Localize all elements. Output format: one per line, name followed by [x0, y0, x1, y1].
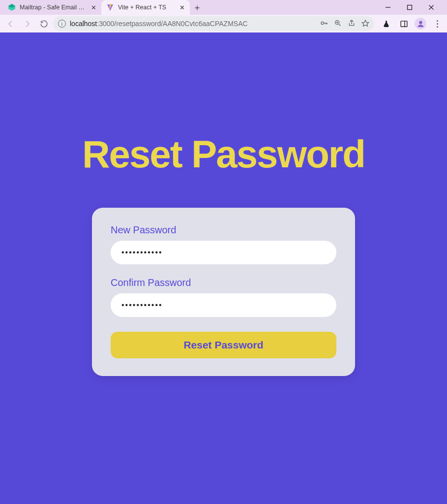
- zoom-icon[interactable]: [334, 19, 342, 29]
- address-bar[interactable]: i localhost:3000/resetpassword/AA8N0Cvtc…: [53, 16, 374, 31]
- new-password-field: New Password: [111, 224, 336, 264]
- reset-password-page: Reset Password New Password Confirm Pass…: [0, 32, 447, 504]
- browser-toolbar: i localhost:3000/resetpassword/AA8N0Cvtc…: [0, 15, 447, 32]
- tab-strip: Mailtrap - Safe Email Testing ✕ Vite + R…: [3, 0, 205, 15]
- password-key-icon[interactable]: [320, 19, 328, 29]
- browser-tab-vite[interactable]: Vite + React + TS ✕: [101, 0, 190, 15]
- viewport: Reset Password New Password Confirm Pass…: [0, 32, 447, 504]
- confirm-password-label: Confirm Password: [111, 277, 336, 288]
- side-panel-icon[interactable]: [397, 17, 411, 31]
- tab-close-button[interactable]: ✕: [91, 4, 96, 11]
- tab-title: Mailtrap - Safe Email Testing: [20, 4, 87, 11]
- svg-rect-1: [408, 5, 412, 10]
- svg-marker-16: [362, 20, 368, 26]
- share-icon[interactable]: [348, 19, 356, 29]
- tab-close-button[interactable]: ✕: [179, 4, 185, 11]
- mailtrap-favicon-icon: [8, 3, 16, 11]
- nav-reload-button[interactable]: [36, 16, 51, 31]
- toolbar-right: [376, 17, 444, 31]
- new-password-label: New Password: [111, 224, 336, 236]
- reset-password-submit-button[interactable]: Reset Password: [111, 332, 336, 358]
- profile-avatar[interactable]: [415, 18, 426, 30]
- confirm-password-field: Confirm Password: [111, 277, 336, 317]
- site-info-icon[interactable]: i: [58, 20, 66, 28]
- url-host: localhost:3000/resetpassword/AA8N0Cvtc6a…: [70, 20, 248, 28]
- svg-rect-17: [401, 21, 407, 26]
- confirm-password-input[interactable]: [111, 293, 336, 317]
- nav-back-button[interactable]: [3, 16, 18, 31]
- window-close-button[interactable]: [420, 0, 442, 15]
- tab-title: Vite + React + TS: [118, 4, 176, 11]
- reset-password-card: New Password Confirm Password Reset Pass…: [92, 208, 355, 376]
- browser-tab-mailtrap[interactable]: Mailtrap - Safe Email Testing ✕: [3, 0, 101, 15]
- svg-line-13: [339, 24, 340, 26]
- svg-point-19: [419, 21, 422, 24]
- new-password-input[interactable]: [111, 241, 336, 264]
- svg-point-8: [321, 22, 324, 24]
- window-minimize-button[interactable]: [377, 0, 399, 15]
- nav-forward-button[interactable]: [20, 16, 34, 31]
- vite-favicon-icon: [106, 3, 114, 11]
- window-maximize-button[interactable]: [399, 0, 420, 15]
- labs-flask-icon[interactable]: [379, 17, 393, 31]
- browser-menu-button[interactable]: [430, 17, 444, 31]
- page-heading: Reset Password: [82, 135, 365, 173]
- new-tab-button[interactable]: ＋: [190, 0, 205, 15]
- bookmark-star-icon[interactable]: [361, 19, 369, 29]
